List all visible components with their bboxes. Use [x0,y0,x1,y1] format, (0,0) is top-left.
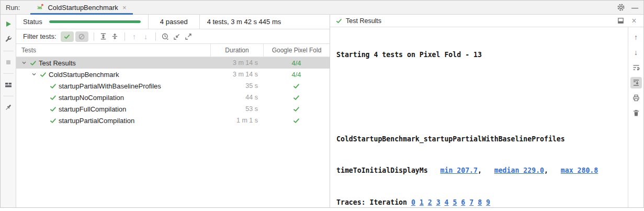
show-ignored-toggle[interactable] [75,31,88,42]
console-right-toolbar: ↑ ↓ [628,27,643,207]
up-stacktrace-icon[interactable]: ↑ [630,31,642,43]
toolbar-separator [155,32,156,41]
device-result: 4/4 [263,71,330,79]
trace-iteration-link[interactable]: 1 [420,198,424,206]
console-header: Test Results × [330,15,643,27]
status-bar: Status 4 passed 4 tests, 3 m 42 s 445 ms [16,15,330,29]
show-passed-toggle[interactable] [61,31,74,42]
test-name-label: Test Results [39,59,76,67]
trace-iteration-link[interactable]: 0 [411,198,415,206]
traces-label: Traces: Iteration [336,198,411,206]
table-row[interactable]: ColdStartupBenchmark 3 m 14 s 4/4 [16,69,330,80]
traces-line: Traces: Iteration 0 1 2 3 4 5 6 7 8 9 [336,197,628,208]
test-passed-check-icon [28,59,38,67]
column-header-device[interactable]: Google Pixel Fold [263,44,330,57]
trace-iteration-link[interactable]: 5 [453,198,457,206]
trace-iteration-link[interactable]: 8 [478,198,482,206]
rerun-tests-button[interactable] [3,18,14,30]
test-duration: 35 s [210,82,263,90]
previous-failed-test-icon: ↑ [129,31,140,42]
print-icon[interactable] [630,92,642,104]
progress-fill [49,20,141,23]
scroll-to-end-icon[interactable] [630,77,642,88]
test-duration: 3 m 14 s [210,71,263,78]
gear-icon[interactable] [617,3,625,12]
tab-close-icon[interactable]: × [122,4,127,11]
chevron-down-icon[interactable] [19,59,28,67]
column-header-tests[interactable]: Tests [16,47,210,54]
maximize-panel-icon[interactable] [615,16,626,26]
clear-console-trash-icon[interactable] [630,107,642,119]
table-row[interactable]: startupFullCompilation 53 s [16,103,330,115]
console-blank-line [336,81,628,92]
test-progress-bar [49,20,141,23]
test-name-label: startupPartialWithBaselineProfiles [59,82,161,90]
toolbar-separator [3,73,14,74]
test-duration: 44 s [210,94,263,101]
tests-table-header: Tests Duration Google Pixel Fold [16,44,330,57]
down-stacktrace-icon[interactable]: ↓ [630,47,642,58]
toolbar-separator [125,32,125,41]
export-test-results-icon[interactable] [183,31,194,42]
column-header-duration[interactable]: Duration [210,44,263,57]
toolbar-separator [3,51,14,51]
console-title: Test Results [346,17,381,25]
device-result [263,105,330,113]
median-value-link[interactable]: median 229.0 [494,166,544,174]
passed-count: 4 passed [149,18,199,26]
test-duration: 1 m 1 s [210,117,263,124]
max-value-link[interactable]: max 280.8 [561,166,598,174]
test-name-label: startupNoCompilation [59,94,124,102]
min-value-link[interactable]: min 207.7 [440,166,478,174]
trace-iteration-link[interactable]: 9 [486,198,490,206]
console-panel: Test Results × Starting 4 tests on Pixel… [330,15,643,207]
trace-iteration-link[interactable]: 2 [428,198,432,206]
table-row[interactable]: Test Results 3 m 14 s 4/4 [16,57,330,69]
soft-wrap-icon[interactable] [630,62,642,73]
tests-tree: Test Results 3 m 14 s 4/4 ColdStartupBen… [16,57,330,207]
status-label: Status [23,18,42,26]
table-row[interactable]: startupPartialWithBaselineProfiles 35 s [16,80,330,92]
benchmark-metric-line: timeToInitialDisplayMs min 207.7, median… [336,165,628,176]
import-test-results-icon[interactable] [171,31,183,42]
device-result [263,82,330,90]
pin-icon[interactable] [3,102,14,113]
wrench-icon[interactable] [3,34,14,46]
toolbar-separator [94,32,94,41]
trace-iteration-link[interactable]: 3 [436,198,440,206]
test-passed-check-icon [38,70,48,79]
chevron-down-icon[interactable] [29,70,38,79]
device-result [263,117,330,125]
tab-coldstartupbenchmark[interactable]: ColdStartupBenchmark × [30,1,133,14]
tests-panel: Status 4 passed 4 tests, 3 m 42 s 445 ms… [16,15,330,207]
table-row[interactable]: startupNoCompilation 44 s [16,92,330,103]
test-duration: 3 m 14 s [210,59,263,66]
android-benchmark-icon [36,3,44,12]
tests-summary: 4 tests, 3 m 42 s 445 ms [200,18,289,26]
console-line: Starting 4 tests on Pixel Fold - 13 [336,50,628,60]
table-row[interactable]: startupPartialCompilation 1 m 1 s [16,115,330,126]
test-passed-check-icon [292,94,300,102]
test-passed-check-icon [48,105,58,113]
next-failed-test-icon: ↓ [140,31,152,42]
trace-iteration-link[interactable]: 6 [461,198,465,206]
collapse-all-icon[interactable] [109,31,121,42]
close-console-icon[interactable]: × [629,16,639,26]
test-passed-check-icon [48,82,58,90]
hide-toolwindow-icon[interactable]: — [631,4,638,12]
run-label: Run: [6,4,20,12]
test-name-label: startupFullCompilation [59,105,126,113]
trace-iteration-link[interactable]: 7 [469,198,473,206]
metric-label: timeToInitialDisplayMs [336,166,428,174]
test-passed-check-icon [48,116,58,125]
trace-iteration-link[interactable]: 4 [445,198,449,206]
expand-all-icon[interactable] [98,31,109,42]
test-history-clock-icon[interactable] [160,31,171,42]
test-passed-check-icon [292,82,300,90]
stop-button [3,57,14,68]
filter-tests-label: Filter tests: [23,32,57,40]
run-tool-window: Run: ColdStartupBenchmark × — [0,0,644,208]
test-name-label: ColdStartupBenchmark [49,71,119,79]
test-output-console[interactable]: Starting 4 tests on Pixel Fold - 13 Cold… [330,27,628,207]
layout-settings-icon[interactable] [3,79,14,91]
